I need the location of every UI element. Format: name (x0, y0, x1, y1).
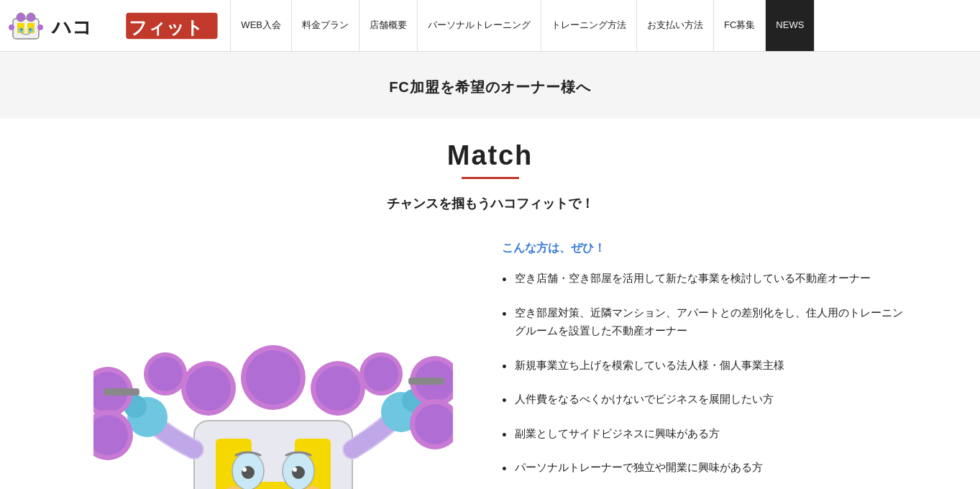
match-title: Match (14, 140, 966, 171)
svg-point-10 (37, 24, 43, 30)
nav-item-pricing[interactable]: 料金プラン (292, 0, 360, 51)
svg-point-24 (293, 467, 297, 472)
bullet-item-0: 空き店舗・空き部屋を活用して新たな事業を検討している不動産オーナー (502, 269, 907, 288)
svg-point-5 (19, 27, 23, 32)
right-content: こんな方は、ぜひ！ 空き店舗・空き部屋を活用して新たな事業を検討している不動産オ… (502, 234, 907, 489)
content-area: こんな方は、ぜひ！ 空き店舗・空き部屋を活用して新たな事業を検討している不動産オ… (59, 234, 922, 489)
bullet-item-3: 人件費をなるべくかけないでビジネスを展開したい方 (502, 390, 907, 408)
svg-point-4 (27, 13, 35, 22)
bullet-item-2: 新規事業立ち上げを模索している法人様・個人事業主様 (502, 356, 907, 375)
logo[interactable]: ハコ フィット (7, 7, 219, 45)
bullet-item-5: パーソナルトレーナーで独立や開業に興味がある方 (502, 458, 907, 477)
nav-item-training-method[interactable]: トレーニング方法 (541, 0, 637, 51)
nav-item-payment[interactable]: お支払い方法 (637, 0, 714, 51)
bullet-item-4: 副業としてサイドビジネスに興味がある方 (502, 424, 907, 443)
svg-point-7 (21, 29, 22, 30)
nav-item-store-info[interactable]: 店舗概要 (360, 0, 418, 51)
match-section: Match チャンスを掴もうハコフィットで！ (0, 119, 980, 234)
svg-point-8 (29, 29, 31, 30)
svg-point-23 (242, 467, 247, 472)
bullet-item-1: 空き部屋対策、近隣マンション、アパートとの差別化をし、住人用のトレーニングルーム… (502, 303, 907, 340)
match-subtitle: チャンスを掴もうハコフィットで！ (14, 195, 966, 212)
match-underline (462, 177, 519, 179)
svg-point-44 (186, 366, 231, 411)
svg-point-50 (364, 357, 398, 391)
bullet-list: 空き店舗・空き部屋を活用して新たな事業を検討している不動産オーナー空き部屋対策、… (502, 269, 907, 477)
svg-point-46 (316, 366, 360, 411)
svg-point-3 (17, 13, 25, 22)
nav-item-fc-recruit[interactable]: FC募集 (714, 0, 766, 51)
nav-item-personal-training[interactable]: パーソナルトレーニング (418, 0, 541, 51)
nav-item-web-signup[interactable]: WEB入会 (231, 0, 292, 51)
logo-mascot-icon (7, 7, 45, 45)
nav-items-list: WEB入会 料金プラン 店舗概要 パーソナルトレーニング トレーニング方法 お支… (230, 0, 815, 51)
svg-rect-0 (13, 19, 39, 39)
svg-text:ハコ: ハコ (50, 15, 92, 37)
svg-rect-33 (104, 388, 139, 396)
svg-point-42 (246, 350, 301, 405)
svg-point-6 (29, 27, 33, 32)
highlight-text: こんな方は、ぜひ！ (502, 241, 907, 256)
svg-rect-40 (408, 378, 444, 385)
logo-text-icon: ハコ フィット (49, 12, 219, 40)
nav-item-news[interactable]: NEWS (766, 0, 815, 51)
mascot-image-area (73, 234, 474, 489)
main-nav: ハコ フィット WEB入会 料金プラン 店舗概要 パーソナルトレーニング トレー… (0, 0, 980, 52)
svg-point-9 (9, 24, 14, 30)
mascot-full-svg (93, 234, 453, 489)
hero-section: FC加盟を希望のオーナー様へ (0, 52, 980, 119)
hero-title: FC加盟を希望のオーナー様へ (14, 78, 966, 97)
svg-text:フィット: フィット (129, 17, 203, 37)
svg-point-48 (148, 357, 183, 391)
